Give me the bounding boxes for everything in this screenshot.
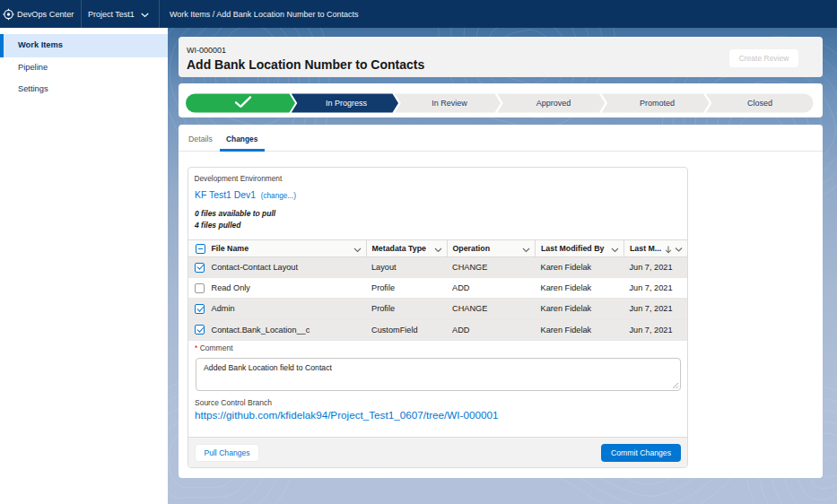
- svg-text:Approved: Approved: [536, 99, 571, 108]
- svg-text:Promoted: Promoted: [640, 99, 675, 108]
- svg-text:Closed: Closed: [747, 99, 772, 108]
- svg-text:In Review: In Review: [432, 99, 467, 108]
- svg-text:In Progress: In Progress: [326, 99, 368, 108]
